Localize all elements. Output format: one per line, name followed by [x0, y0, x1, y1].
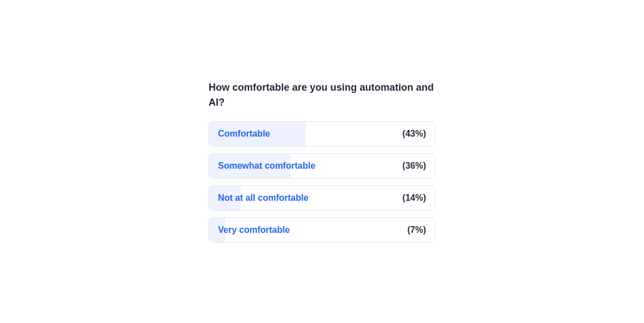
- poll-option-label: Not at all comfortable: [218, 193, 309, 203]
- poll-option-label: Comfortable: [218, 129, 270, 139]
- poll-question: How comfortable are you using automation…: [209, 80, 435, 110]
- poll-option-label: Very comfortable: [218, 225, 290, 235]
- poll-option-very-comfortable[interactable]: Very comfortable (7%): [209, 217, 435, 243]
- poll-option-percent: (36%): [402, 161, 426, 171]
- poll-content: Comfortable (43%): [209, 122, 435, 146]
- poll-option-not-at-all-comfortable[interactable]: Not at all comfortable (14%): [209, 185, 435, 211]
- poll-options: Comfortable (43%) Somewhat comfortable (…: [209, 121, 435, 243]
- poll-content: Very comfortable (7%): [209, 218, 435, 242]
- poll-option-label: Somewhat comfortable: [218, 161, 315, 171]
- poll-option-somewhat-comfortable[interactable]: Somewhat comfortable (36%): [209, 153, 435, 179]
- poll-content: Somewhat comfortable (36%): [209, 154, 435, 178]
- poll-option-percent: (14%): [402, 193, 426, 203]
- poll-option-percent: (43%): [402, 129, 426, 139]
- poll-container: How comfortable are you using automation…: [209, 80, 435, 243]
- poll-option-percent: (7%): [407, 225, 426, 235]
- poll-option-comfortable[interactable]: Comfortable (43%): [209, 121, 435, 147]
- poll-content: Not at all comfortable (14%): [209, 186, 435, 210]
